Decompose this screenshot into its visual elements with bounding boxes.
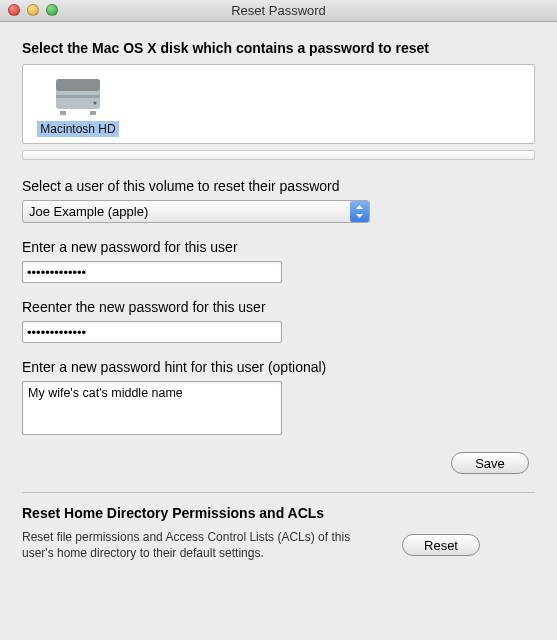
close-button[interactable] (8, 4, 20, 16)
reset-button[interactable]: Reset (402, 534, 480, 556)
minimize-button[interactable] (27, 4, 39, 16)
scroll-channel (22, 150, 535, 160)
svg-rect-1 (56, 79, 100, 91)
new-password-label: Enter a new password for this user (22, 239, 535, 255)
acls-row: Reset file permissions and Access Contro… (22, 529, 535, 561)
svg-point-5 (94, 102, 97, 105)
disk-item[interactable]: Macintosh HD (33, 75, 123, 137)
reenter-password-input[interactable] (22, 321, 282, 343)
save-button[interactable]: Save (451, 452, 529, 474)
reenter-password-label: Reenter the new password for this user (22, 299, 535, 315)
divider (22, 492, 535, 493)
svg-rect-3 (60, 111, 66, 115)
acls-body-text: Reset file permissions and Access Contro… (22, 529, 382, 561)
user-select-label: Select a user of this volume to reset th… (22, 178, 535, 194)
acls-heading: Reset Home Directory Permissions and ACL… (22, 505, 535, 521)
svg-rect-4 (90, 111, 96, 115)
zoom-button[interactable] (46, 4, 58, 16)
password-hint-input[interactable] (22, 381, 282, 435)
window-title: Reset Password (231, 3, 326, 18)
hard-disk-icon (52, 75, 104, 117)
content-area: Select the Mac OS X disk which contains … (0, 22, 557, 575)
password-hint-label: Enter a new password hint for this user … (22, 359, 535, 375)
select-disk-heading: Select the Mac OS X disk which contains … (22, 40, 535, 56)
save-row: Save (22, 452, 535, 474)
new-password-input[interactable] (22, 261, 282, 283)
user-select[interactable]: Joe Example (apple) (22, 200, 370, 223)
user-select-wrap: Joe Example (apple) (22, 200, 370, 223)
svg-rect-2 (56, 95, 100, 98)
traffic-lights (8, 4, 58, 16)
window-titlebar: Reset Password (0, 0, 557, 22)
disk-label: Macintosh HD (37, 121, 118, 137)
disk-list: Macintosh HD (22, 64, 535, 144)
